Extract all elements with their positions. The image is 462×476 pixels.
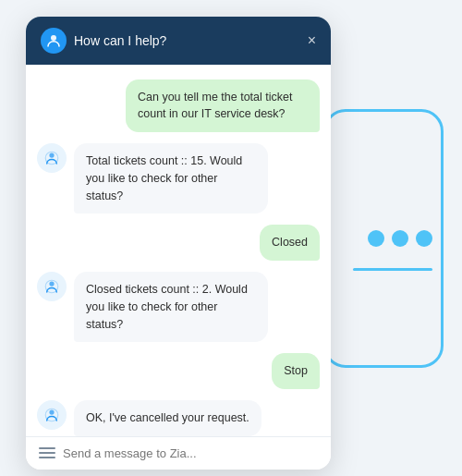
chat-window: How can I help? × Can you tell me the to… xyxy=(26,17,331,470)
svg-point-3 xyxy=(49,281,54,286)
bot-avatar xyxy=(37,143,67,173)
background-dots xyxy=(368,230,432,247)
message-row: Can you tell me the total ticket count i… xyxy=(37,79,320,133)
message-row: Closed tickets count :: 2. Would you lik… xyxy=(37,272,320,342)
message-row: Total tickets count :: 15. Would you lik… xyxy=(37,143,320,214)
background-line xyxy=(353,268,432,271)
chat-header: How can I help? × xyxy=(26,17,331,65)
bot-bubble: OK, I've cancelled your request. xyxy=(74,400,261,436)
bot-bubble: Total tickets count :: 15. Would you lik… xyxy=(74,143,268,214)
chat-messages: Can you tell me the total ticket count i… xyxy=(26,65,331,436)
message-row: OK, I've cancelled your request. xyxy=(37,400,320,436)
bot-bubble: Closed tickets count :: 2. Would you lik… xyxy=(74,272,268,342)
header-left: How can I help? xyxy=(41,28,166,54)
zia-logo xyxy=(41,28,67,54)
chat-header-title: How can I help? xyxy=(74,33,166,48)
svg-point-0 xyxy=(51,35,56,41)
user-bubble: Can you tell me the total ticket count i… xyxy=(126,79,320,133)
user-bubble: Stop xyxy=(272,353,320,389)
svg-point-1 xyxy=(49,153,54,157)
bot-avatar xyxy=(37,272,67,301)
menu-icon[interactable] xyxy=(39,447,55,458)
bot-avatar xyxy=(37,400,67,430)
chat-input[interactable] xyxy=(63,446,318,460)
chat-input-area xyxy=(26,436,331,470)
close-button[interactable]: × xyxy=(308,33,316,48)
user-bubble: Closed xyxy=(260,225,320,261)
message-row: Stop xyxy=(37,353,320,389)
svg-point-5 xyxy=(49,409,54,414)
message-row: Closed xyxy=(37,225,320,261)
